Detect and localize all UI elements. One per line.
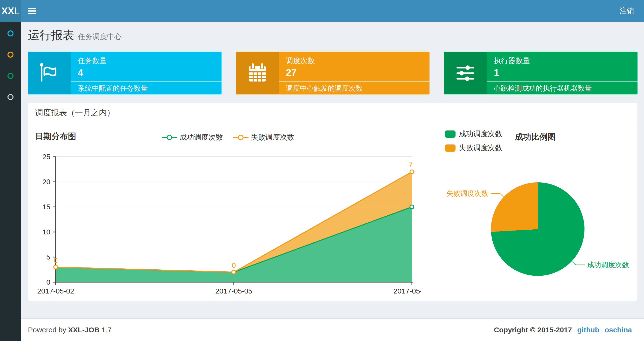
line-marker-icon (162, 134, 177, 141)
sliders-icon (444, 52, 486, 94)
legend-swatch (445, 130, 456, 138)
copyright: Copyright © 2015-2017 github oschina (494, 326, 632, 334)
panel-header: 调度报表（一月之内） (28, 103, 638, 122)
svg-text:7: 7 (408, 161, 412, 169)
stat-boxes-row: 任务数量 4 系统中配置的任务数量 (28, 52, 638, 94)
svg-text:0: 0 (232, 261, 236, 269)
panel-title: 调度报表（一月之内） (35, 108, 115, 117)
svg-text:失败调度次数: 失败调度次数 (446, 190, 488, 197)
legend-item-success[interactable]: 成功调度次数 (162, 132, 223, 142)
sidebar-item-3[interactable] (0, 65, 21, 86)
circle-o-icon (8, 73, 14, 79)
top-navbar: XXL 注销 (0, 0, 644, 22)
stat-value: 4 (70, 67, 222, 78)
divider (486, 81, 638, 82)
legend-item-fail[interactable]: 失败调度次数 (233, 132, 294, 142)
svg-text:成功调度次数: 成功调度次数 (587, 261, 629, 269)
line-chart-legend: 成功调度次数 失败调度次数 (162, 132, 294, 142)
app-version: 1.7 (102, 326, 112, 334)
page-title: 运行报表任务调度中心 (28, 28, 638, 44)
panel-body: 日期分布图 成功调度次数 (28, 122, 638, 301)
report-panel: 调度报表（一月之内） 日期分布图 成功调度次数 (28, 103, 638, 301)
sidebar (0, 22, 21, 341)
legend-item-success[interactable]: 成功调度次数 (445, 129, 502, 139)
flag-icon (28, 52, 70, 94)
stat-description: 调度中心触发的调度次数 (278, 84, 430, 92)
pie-chart-plot: 成功调度次数失败调度次数 (421, 149, 630, 298)
page-footer: Powered by XXL-JOB 1.7 Copyright © 2015-… (21, 318, 644, 341)
stat-label: 调度次数 (278, 57, 430, 65)
hamburger-icon (28, 8, 36, 9)
sidebar-toggle-button[interactable] (21, 0, 43, 22)
app-logo[interactable]: XXL (0, 0, 21, 22)
area-chart-plot: 05101520252017-05-022017-05-052017-05-08… (35, 149, 421, 298)
svg-text:2017-05-05: 2017-05-05 (215, 287, 252, 295)
stat-value: 27 (278, 67, 430, 78)
sidebar-item-4[interactable] (0, 86, 21, 108)
content-header: 运行报表任务调度中心 (28, 28, 638, 44)
main-content: 运行报表任务调度中心 任务数量 4 系统中配置的任务数量 (21, 22, 644, 318)
svg-text:25: 25 (42, 153, 50, 161)
svg-text:0: 0 (46, 278, 50, 286)
divider (70, 81, 222, 82)
app-logo-light: L (14, 6, 20, 17)
circle-o-icon (8, 94, 14, 100)
app-name: XXL-JOB (68, 326, 100, 334)
svg-text:20: 20 (42, 178, 50, 186)
stat-value: 1 (486, 67, 638, 78)
date-distribution-chart: 日期分布图 成功调度次数 (35, 127, 421, 301)
svg-text:0: 0 (54, 256, 58, 264)
line-chart-title: 日期分布图 (35, 131, 76, 142)
sidebar-item-1[interactable] (0, 23, 21, 44)
page-title-text: 运行报表 (28, 29, 74, 42)
circle-o-icon (8, 30, 14, 37)
page-subtitle: 任务调度中心 (78, 33, 122, 41)
sidebar-item-2[interactable] (0, 44, 21, 65)
stat-label: 执行器数量 (486, 57, 638, 65)
oschina-link[interactable]: oschina (605, 326, 632, 334)
stat-box-triggers: 调度次数 27 调度中心触发的调度次数 (236, 52, 430, 94)
stat-box-jobs: 任务数量 4 系统中配置的任务数量 (28, 52, 222, 94)
svg-text:2017-05-02: 2017-05-02 (37, 287, 74, 295)
navbar-spacer (43, 0, 609, 22)
line-marker-icon (233, 134, 248, 141)
divider (278, 81, 430, 82)
github-link[interactable]: github (577, 326, 600, 334)
powered-by: Powered by XXL-JOB 1.7 (28, 326, 112, 334)
stat-label: 任务数量 (70, 57, 222, 65)
circle-o-icon (8, 52, 14, 58)
logout-link[interactable]: 注销 (609, 0, 644, 22)
app-logo-bold: XX (2, 6, 14, 17)
svg-text:15: 15 (42, 203, 50, 211)
svg-text:10: 10 (42, 228, 50, 236)
success-ratio-chart: 成功调度次数 失败调度次数 成功比例图 成功调度次数失败调度次数 (421, 127, 630, 301)
calendar-icon (236, 52, 278, 94)
svg-text:5: 5 (46, 253, 50, 261)
svg-text:2017-05-08: 2017-05-08 (393, 287, 421, 295)
pie-chart-title: 成功比例图 (515, 131, 556, 143)
stat-description: 心跳检测成功的执行器机器数量 (486, 84, 638, 92)
stat-description: 系统中配置的任务数量 (70, 84, 222, 92)
stat-box-executors: 执行器数量 1 心跳检测成功的执行器机器数量 (444, 52, 638, 94)
